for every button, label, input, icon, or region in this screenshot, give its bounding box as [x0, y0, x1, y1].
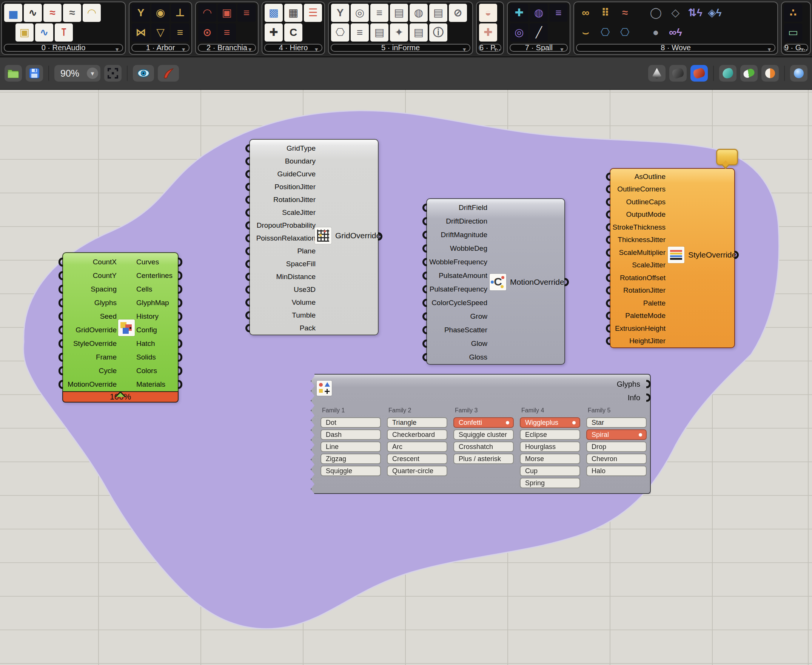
disable-icon[interactable]: ⊘: [449, 4, 467, 22]
toolbar-tab[interactable]: 4 · Hiero ▼: [264, 44, 322, 52]
sketch-tool-button[interactable]: [158, 65, 179, 82]
remap-bolt-icon[interactable]: ⇅ϟ: [686, 4, 704, 22]
output-port[interactable]: [646, 393, 651, 402]
chevron-down-icon[interactable]: ▼: [87, 67, 98, 79]
glyph-option-button[interactable]: Checkerboard: [387, 429, 447, 440]
glyph-option-button[interactable]: Quarter-circle: [387, 465, 447, 476]
toolbar-tab[interactable]: 9 · G... ▼: [784, 44, 808, 52]
node-grid-override[interactable]: GridType Boundary GuideCurve PositionJit…: [249, 139, 379, 335]
zoom-extents-button[interactable]: [104, 65, 122, 82]
wireframe-poly-icon[interactable]: ⎔: [596, 23, 614, 41]
zigzag-icon[interactable]: ≈: [616, 4, 634, 22]
display-capsule-button[interactable]: [740, 65, 758, 82]
sliders-icon[interactable]: ≡: [370, 4, 389, 22]
anchor-drop-icon[interactable]: ⊥: [171, 4, 189, 22]
stack-lines-icon[interactable]: ≡: [237, 4, 256, 22]
glyph-option-button[interactable]: Spiral: [586, 429, 647, 440]
glyph-option-button[interactable]: Zigzag: [320, 454, 381, 464]
sheet-curl-alt-icon[interactable]: ▤: [410, 23, 428, 41]
hexagon-gem-icon[interactable]: ⎔: [331, 23, 349, 41]
hourglass-icon[interactable]: ⋈: [132, 23, 150, 41]
overlap-squares-icon[interactable]: ▩: [265, 4, 283, 22]
display-blob-button[interactable]: [719, 65, 737, 82]
glyph-option-button[interactable]: Halo: [586, 465, 647, 476]
sheet-curl-icon[interactable]: ▤: [370, 23, 389, 41]
frame-icon[interactable]: ▣: [218, 4, 236, 22]
glyph-option-button[interactable]: Wiggleplus: [520, 417, 580, 428]
glyph-option-button[interactable]: Crosshatch: [453, 441, 514, 452]
glyph-option-button[interactable]: Dash: [320, 429, 381, 440]
glyph-option-button[interactable]: Triangle: [387, 417, 447, 428]
toolbar-tab[interactable]: 6 · P... ▼: [479, 44, 501, 52]
glyph-option-button[interactable]: Morse: [520, 454, 580, 464]
node-canvas[interactable]: CountX Curves CountY Centerlines Spacing…: [0, 90, 812, 665]
display-sphere-button[interactable]: [761, 65, 779, 82]
double-wave-icon[interactable]: ≈: [63, 4, 81, 22]
sphere-icon[interactable]: ●: [647, 23, 665, 41]
wishbone-icon[interactable]: Y: [132, 4, 150, 22]
toolbar-tab[interactable]: 2 · Branchia ▼: [198, 44, 256, 52]
circled-dot-icon[interactable]: ⊙: [198, 23, 216, 41]
node-glyphgrid[interactable]: CountX Curves CountY Centerlines Spacing…: [62, 252, 178, 403]
audio-bolt-icon[interactable]: ∞ϟ: [666, 23, 685, 41]
save-button[interactable]: [26, 65, 43, 82]
target-icon[interactable]: ◉: [151, 4, 170, 22]
branch-icon[interactable]: Y: [331, 4, 349, 22]
glyph-option-button[interactable]: Spring: [520, 478, 580, 488]
open-file-button[interactable]: [5, 65, 22, 82]
wave-dots-icon[interactable]: ∿: [35, 23, 53, 41]
swirl-icon[interactable]: ◍: [529, 4, 548, 22]
curve-dots-icon[interactable]: C: [284, 23, 302, 41]
bars-trend-icon[interactable]: ∿: [24, 4, 42, 22]
sliders-alt-icon[interactable]: ≡: [351, 23, 369, 41]
dome-icon[interactable]: ◒: [479, 4, 497, 22]
toolbar-tab[interactable]: 0 · RenAudio ▼: [4, 44, 123, 52]
arc-icon[interactable]: ◠: [198, 4, 216, 22]
glyph-option-button[interactable]: Squiggle: [320, 465, 381, 476]
dot-grid-icon[interactable]: ⠿: [596, 4, 614, 22]
glyph-option-button[interactable]: Hourglass: [520, 441, 580, 452]
output-port[interactable]: [646, 380, 651, 388]
shapes-cluster-icon[interactable]: ✚: [265, 23, 283, 41]
sliders-icon[interactable]: ≡: [171, 23, 189, 41]
crosshair-icon[interactable]: ✚: [510, 4, 528, 22]
toolbar-tab[interactable]: 5 · inForme ▼: [331, 44, 471, 52]
gap[interactable]: [636, 23, 645, 41]
glyph-option-button[interactable]: Crescent: [387, 454, 447, 464]
toolbar-tab[interactable]: 7 · Spall ▼: [510, 44, 568, 52]
node-link-icon[interactable]: ∴: [784, 4, 802, 22]
glyph-option-button[interactable]: Confetti: [453, 417, 514, 428]
toolbar-tab[interactable]: 1 · Arbor ▼: [131, 44, 190, 52]
glyph-option-button[interactable]: Squiggle cluster: [453, 429, 514, 440]
stripes-icon[interactable]: ☰: [304, 4, 322, 22]
glyph-option-button[interactable]: Line: [320, 441, 381, 452]
necklace-icon[interactable]: ⌣: [577, 23, 595, 41]
sliders-icon[interactable]: ≡: [549, 4, 567, 22]
glyph-palette-panel[interactable]: + Glyphs Info Family 1 Dot Dash: [311, 374, 651, 494]
comment-bubble-icon[interactable]: ▭: [784, 23, 802, 41]
donut-icon[interactable]: ◍: [410, 4, 428, 22]
wireframe-hex-icon[interactable]: ⎔: [616, 23, 634, 41]
cross-plus-icon[interactable]: ✚: [479, 23, 497, 41]
bar-chart-icon[interactable]: ▅: [4, 4, 22, 22]
gap[interactable]: [636, 4, 645, 22]
node-motion-override[interactable]: DriftField DriftDirection DriftMagnitude…: [426, 198, 565, 365]
zoom-level-dropdown[interactable]: 90% ▼: [54, 65, 100, 82]
funnel-icon[interactable]: ▽: [151, 23, 170, 41]
preview-toggle-button[interactable]: [133, 65, 154, 82]
glyph-option-button[interactable]: Drop: [586, 441, 647, 452]
pebble-icon[interactable]: ◯: [647, 4, 665, 22]
glyph-option-button[interactable]: Dot: [320, 417, 381, 428]
lollipop-chart-icon[interactable]: ⊺: [55, 23, 73, 41]
display-preview-button[interactable]: [790, 65, 807, 82]
node-style-override[interactable]: AsOutline OutlineCorners OutlineCaps Out…: [609, 168, 735, 348]
pulse-rings-icon[interactable]: ◎: [510, 23, 528, 41]
line-peak-icon[interactable]: ≈: [43, 4, 62, 22]
shading-shaded-button[interactable]: [690, 65, 708, 82]
loops-icon[interactable]: ∞: [577, 4, 595, 22]
info-icon[interactable]: ⓘ: [429, 23, 447, 41]
glyph-option-button[interactable]: Arc: [387, 441, 447, 452]
panel-icon[interactable]: ▤: [390, 4, 408, 22]
gap[interactable]: [4, 23, 14, 41]
glyph-option-button[interactable]: Cup: [520, 465, 580, 476]
